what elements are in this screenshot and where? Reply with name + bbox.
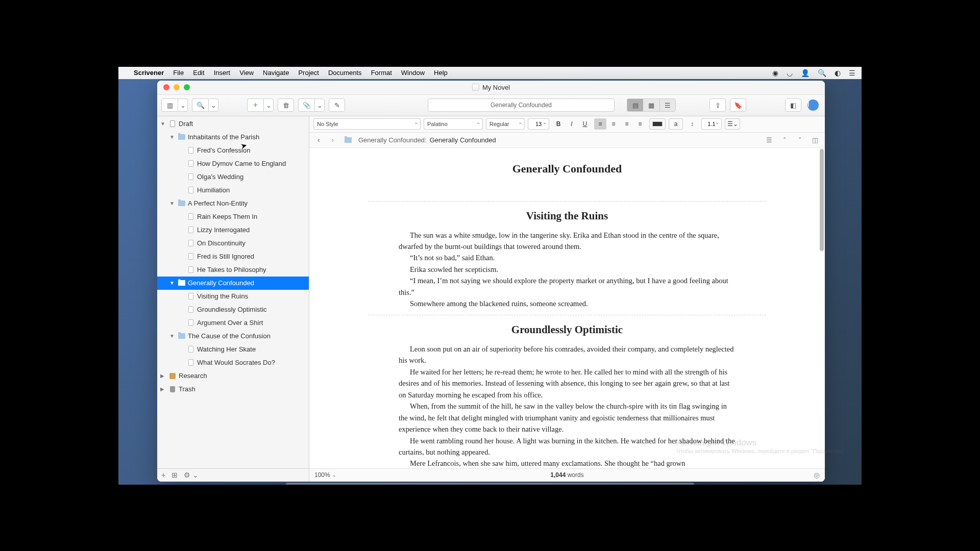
add-folder-button[interactable]: ⊞ [172, 471, 178, 479]
binder-document[interactable]: He Takes to Philosophy [157, 263, 309, 277]
binder-document[interactable]: Argument Over a Shirt [157, 316, 309, 330]
binder-document[interactable]: On Discontinuity [157, 237, 309, 250]
window-title-text: My Novel [482, 84, 510, 91]
compose-button[interactable]: ✎ [329, 98, 345, 112]
editor-content[interactable]: Generally Confounded Visiting the Ruins … [309, 148, 825, 468]
menu-help[interactable]: Help [434, 69, 448, 77]
add-button[interactable]: + [247, 98, 263, 112]
user-icon[interactable]: 👤 [801, 69, 810, 77]
binder-gear-button[interactable]: ⚙ ⌄ [184, 471, 199, 479]
view-outline-button[interactable]: ☰ [659, 98, 676, 112]
close-window-button[interactable] [163, 84, 169, 90]
search-button[interactable]: 🔍 [192, 98, 208, 112]
nav-back-button[interactable]: ‹ [313, 136, 324, 144]
line-spacing-icon[interactable]: ↕ [686, 118, 698, 130]
doc-label: What Would Socrates Do? [197, 359, 275, 366]
binder-document[interactable]: Lizzy Interrogated [157, 223, 309, 237]
binder-draft[interactable]: ▼ Draft [157, 117, 309, 131]
content-list-button[interactable]: ☰ [764, 136, 775, 144]
attach-button[interactable]: 📎 [298, 98, 314, 112]
nav-forward-button[interactable]: › [328, 136, 338, 144]
highlight-button[interactable]: a [669, 118, 683, 130]
paragraph-style-select[interactable]: No Style [313, 118, 421, 130]
word-count[interactable]: 1,044 words [550, 471, 583, 479]
binder-folder[interactable]: ▼ Inhabitants of the Parish [157, 131, 309, 144]
bookmark-button[interactable]: 🔖 [730, 98, 746, 112]
underline-button[interactable]: U [579, 118, 591, 130]
binder-tree[interactable]: ▼ Draft ▼ Inhabitants of the Parish Fred… [157, 116, 309, 468]
text-color-button[interactable] [649, 118, 666, 130]
prev-doc-button[interactable]: ˄ [779, 136, 790, 144]
menu-format[interactable]: Format [371, 69, 392, 77]
doc-label: Visiting the Ruins [197, 292, 248, 300]
compile-button[interactable]: ⇪ [709, 98, 726, 112]
app-menu[interactable]: Scrivener [134, 69, 164, 77]
menu-documents[interactable]: Documents [328, 69, 362, 77]
zoom-window-button[interactable] [184, 84, 190, 90]
binder-folder[interactable]: ▼ A Perfect Non-Entity [157, 197, 309, 210]
binder-document[interactable]: Olga's Wedding [157, 170, 309, 184]
scrollbar[interactable] [820, 149, 824, 251]
bold-button[interactable]: B [552, 118, 565, 130]
binder-document[interactable]: Fred's Confession [157, 144, 309, 157]
notification-center-icon[interactable]: ☰ [849, 69, 855, 77]
align-justify-button[interactable]: ≡ [634, 118, 646, 130]
italic-button[interactable]: I [566, 118, 578, 130]
format-bar: No Style Palatino Regular B I U ≡ ≡ ≡ ≡ [309, 116, 825, 133]
menu-project[interactable]: Project [298, 69, 318, 77]
binder-document[interactable]: Humiliation [157, 184, 309, 197]
wifi-icon[interactable]: ◡ [787, 69, 793, 77]
search-menu-button[interactable]: ⌄ [208, 98, 218, 112]
font-weight-select[interactable]: Regular [486, 118, 525, 130]
binder-document[interactable]: What Would Socrates Do? [157, 356, 309, 369]
align-left-button[interactable]: ≡ [594, 118, 606, 130]
document-icon [472, 84, 479, 91]
zoom-select[interactable]: 100% ⌄ [314, 471, 336, 479]
screenrecord-icon[interactable]: ◉ [772, 69, 778, 77]
binder-document[interactable]: Visiting the Ruins [157, 290, 309, 303]
binder-toggle-button[interactable]: ▥ [161, 98, 178, 112]
minimize-window-button[interactable] [174, 84, 180, 90]
binder-folder[interactable]: ▼ The Cause of the Confusion [157, 330, 309, 343]
menu-navigate[interactable]: Navigate [263, 69, 289, 77]
split-editor-button[interactable]: ◫ [810, 136, 821, 144]
menu-view[interactable]: View [239, 69, 254, 77]
menu-edit[interactable]: Edit [193, 69, 204, 77]
binder-toggle-menu[interactable]: ⌄ [178, 98, 188, 112]
view-corkboard-button[interactable]: ▦ [643, 98, 659, 112]
trash-button[interactable]: 🗑 [278, 98, 294, 112]
font-family-select[interactable]: Palatino [424, 118, 483, 130]
info-button[interactable]: i [807, 99, 819, 111]
inspector-toggle-button[interactable]: ◧ [785, 98, 801, 112]
align-center-button[interactable]: ≡ [607, 118, 620, 130]
line-spacing-input[interactable] [701, 118, 722, 130]
binder-folder-selected[interactable]: ▼ Generally Confounded [157, 277, 309, 290]
binder-document[interactable]: Watching Her Skate [157, 343, 309, 356]
add-menu-button[interactable]: ⌄ [263, 98, 274, 112]
binder-research[interactable]: ▶ Research [157, 369, 309, 383]
doc-label: Argument Over a Shirt [197, 319, 263, 327]
breadcrumb-document[interactable]: Generally Confounded [430, 136, 496, 144]
align-right-button[interactable]: ≡ [621, 118, 633, 130]
list-button[interactable]: ☰⌄ [725, 118, 740, 130]
siri-icon[interactable]: ◐ [835, 69, 841, 77]
paragraph: The sun was a white smudge, low in the t… [399, 230, 736, 253]
binder-document[interactable]: How Dymov Came to England [157, 157, 309, 170]
binder-document[interactable]: Rain Keeps Them In [157, 210, 309, 223]
next-doc-button[interactable]: ˅ [794, 136, 805, 144]
binder-document[interactable]: Groundlessly Optimistic [157, 303, 309, 316]
breadcrumb-folder[interactable]: Generally Confounded: [358, 136, 427, 144]
attach-menu-button[interactable]: ⌄ [314, 98, 325, 112]
paragraph: When, from the summit of the hill, he sa… [399, 400, 736, 435]
spotlight-icon[interactable]: 🔍 [818, 69, 826, 77]
menu-insert[interactable]: Insert [214, 69, 231, 77]
target-button[interactable]: ◎ [814, 471, 820, 479]
add-document-button[interactable]: + [161, 471, 165, 479]
menu-window[interactable]: Window [401, 69, 425, 77]
font-size-input[interactable] [528, 118, 549, 130]
binder-trash[interactable]: ▶ Trash [157, 383, 309, 396]
binder-document[interactable]: Fred is Still Ignored [157, 250, 309, 263]
menu-file[interactable]: File [173, 69, 184, 77]
view-scrivenings-button[interactable]: ▤ [627, 98, 643, 112]
document-title-field[interactable]: Generally Confounded [428, 98, 615, 112]
